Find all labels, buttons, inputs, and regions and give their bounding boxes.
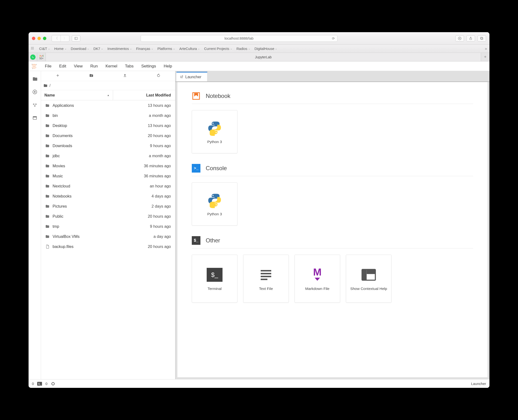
bookmark-item[interactable]: Radios⌄ — [236, 47, 250, 51]
kernel-status-icon[interactable] — [51, 382, 55, 386]
file-row[interactable]: Movies36 minutes ago — [41, 161, 175, 171]
menu-view[interactable]: View — [71, 63, 86, 70]
file-name: Notebooks — [53, 194, 109, 198]
menu-edit[interactable]: Edit — [56, 63, 69, 70]
refresh-button[interactable] — [157, 74, 161, 78]
svg-rect-36 — [261, 276, 271, 277]
card-contextual-help[interactable]: Show Contextual Help — [346, 255, 391, 303]
bookmark-item[interactable]: DigitalHouse⌄ — [255, 47, 277, 51]
file-modified: 2 days ago — [109, 204, 172, 209]
pinned-tab-gmail[interactable]: 50+ — [37, 53, 46, 61]
running-sessions-tab-icon[interactable] — [29, 85, 41, 98]
bookmark-item[interactable]: Investimentos⌄ — [107, 47, 132, 51]
bookmark-item[interactable]: DK7⌄ — [93, 47, 103, 51]
file-row[interactable]: Applications13 hours ago — [41, 100, 175, 110]
upload-button[interactable] — [123, 74, 127, 78]
new-folder-button[interactable] — [89, 74, 93, 78]
window-controls — [32, 37, 46, 40]
file-row[interactable]: Pictures2 days ago — [41, 201, 175, 211]
forward-button[interactable]: 〉 — [60, 35, 69, 42]
file-row[interactable]: Downloads9 hours ago — [41, 141, 175, 151]
menu-kernel[interactable]: Kernel — [102, 63, 120, 70]
chevron-down-icon: ⌄ — [101, 47, 103, 50]
chevron-down-icon: ⌄ — [248, 47, 250, 50]
folder-icon — [45, 214, 50, 218]
launcher-tab-label: Launcher — [185, 75, 201, 79]
chevron-down-icon: ⌄ — [198, 47, 200, 50]
close-window-button[interactable] — [32, 37, 35, 40]
svg-point-17 — [32, 64, 37, 66]
card-terminal[interactable]: $_ Terminal — [192, 255, 237, 303]
file-name: jdbc — [53, 154, 109, 158]
kernels-count[interactable]: 0 — [45, 382, 47, 386]
other-section-icon: $_ — [192, 236, 200, 245]
breadcrumb[interactable]: / — [41, 81, 175, 90]
card-notebook-python3[interactable]: Python 3 — [192, 110, 237, 153]
card-label: Terminal — [208, 286, 222, 291]
new-launcher-button[interactable] — [56, 74, 60, 78]
back-button[interactable]: 〈 — [52, 35, 60, 42]
file-row[interactable]: Nextcloudan hour ago — [41, 181, 175, 191]
menu-help[interactable]: Help — [160, 63, 175, 70]
file-row[interactable]: Documents20 hours ago — [41, 131, 175, 141]
bookmark-item[interactable]: Finanças⌄ — [136, 47, 153, 51]
card-markdown-file[interactable]: M Markdown File — [294, 255, 340, 303]
new-tab-button[interactable]: + — [481, 53, 489, 61]
maximize-window-button[interactable] — [43, 37, 46, 40]
folder-icon — [45, 184, 50, 188]
safari-tab-active[interactable]: JupyterLab — [46, 53, 481, 61]
menu-run[interactable]: Run — [87, 63, 101, 70]
menu-settings[interactable]: Settings — [138, 63, 159, 70]
terminals-count[interactable]: 0 — [32, 382, 34, 386]
filebrowser-tab-icon[interactable] — [29, 73, 41, 85]
file-row[interactable]: Music36 minutes ago — [41, 171, 175, 181]
svg-text:M: M — [313, 267, 321, 278]
open-tabs-tab-icon[interactable] — [29, 111, 41, 124]
address-bar[interactable]: localhost:8888/lab ⟳ — [141, 35, 338, 42]
bookmarks-overflow-button[interactable]: » — [485, 46, 487, 51]
file-row[interactable]: tmp9 hours ago — [41, 221, 175, 231]
file-row[interactable]: Public20 hours ago — [41, 211, 175, 221]
file-row[interactable]: bina month ago — [41, 110, 175, 120]
chevron-down-icon: ⌄ — [275, 47, 277, 50]
file-name: backup.files — [53, 244, 109, 249]
bookmark-item[interactable]: Current Projects⌄ — [204, 47, 232, 51]
show-tabs-button[interactable] — [477, 35, 486, 42]
menu-tabs[interactable]: Tabs — [122, 63, 137, 70]
file-row[interactable]: Desktop13 hours ago — [41, 120, 175, 131]
downloads-button[interactable] — [455, 35, 464, 42]
file-row[interactable]: jdbca month ago — [41, 151, 175, 161]
sidebar-toggle-button[interactable] — [72, 35, 80, 42]
col-name-header[interactable]: Name ▲ — [41, 93, 113, 98]
svg-rect-42 — [52, 382, 54, 385]
reload-icon[interactable]: ⟳ — [332, 37, 335, 40]
card-console-python3[interactable]: Python 3 — [192, 182, 237, 225]
file-modified: 13 hours ago — [109, 123, 172, 128]
tab-title: JupyterLab — [255, 55, 271, 59]
menu-file[interactable]: File — [42, 63, 55, 70]
folder-icon — [45, 124, 50, 128]
bookmarks-grid-icon[interactable] — [31, 47, 34, 50]
bookmark-item[interactable]: Platforms⌄ — [158, 47, 175, 51]
bookmark-item[interactable]: Download⌄ — [71, 47, 89, 51]
file-row[interactable]: backup.files20 hours ago — [41, 241, 175, 252]
bookmark-item[interactable]: CI&T⌄ — [39, 47, 50, 51]
bookmark-item[interactable]: ArteCultura⌄ — [179, 47, 200, 51]
folder-icon — [45, 164, 50, 168]
pinned-tab-whatsapp[interactable] — [29, 53, 37, 61]
file-row[interactable]: VirtualBox VMsa day ago — [41, 231, 175, 241]
col-modified-header[interactable]: Last Modified — [113, 90, 175, 100]
svg-rect-41 — [367, 270, 375, 274]
terminal-status-icon[interactable]: $_ — [37, 382, 42, 386]
notebook-section-icon — [192, 92, 200, 100]
card-text-file[interactable]: Text File — [243, 255, 289, 303]
tab-launcher[interactable]: Launcher — [176, 72, 207, 81]
share-button[interactable] — [466, 35, 475, 42]
minimize-window-button[interactable] — [38, 37, 41, 40]
file-row[interactable]: Notebooks4 days ago — [41, 191, 175, 201]
commands-tab-icon[interactable] — [29, 98, 41, 111]
left-activity-bar — [29, 71, 41, 379]
file-name: Movies — [53, 164, 109, 168]
bookmark-item[interactable]: Home⌄ — [54, 47, 67, 51]
svg-point-12 — [31, 49, 32, 49]
